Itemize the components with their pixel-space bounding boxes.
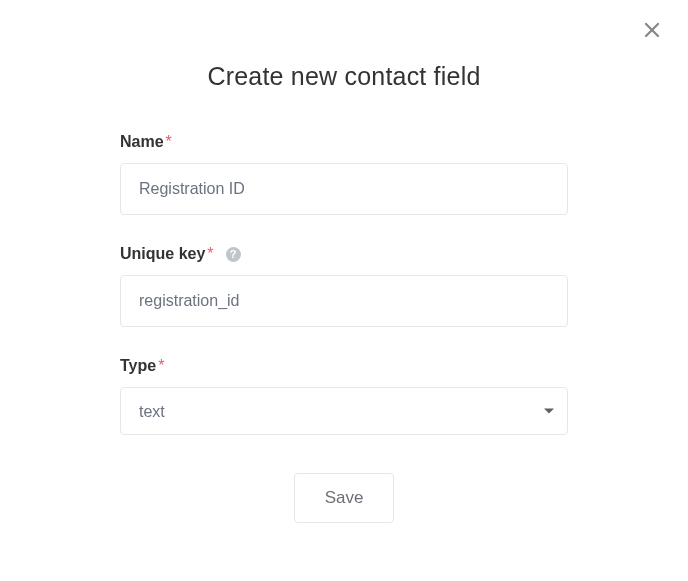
type-label: Type* — [120, 357, 568, 375]
unique-key-label-text: Unique key — [120, 245, 205, 263]
name-label: Name* — [120, 133, 568, 151]
unique-key-label: Unique key* ? — [120, 245, 568, 263]
required-indicator: * — [207, 245, 213, 263]
type-label-text: Type — [120, 357, 156, 375]
type-field-group: Type* text — [120, 357, 568, 435]
required-indicator: * — [158, 357, 164, 375]
unique-key-field-group: Unique key* ? — [120, 245, 568, 327]
save-button[interactable]: Save — [294, 473, 395, 523]
close-icon — [643, 21, 661, 43]
create-field-form: Name* Unique key* ? Type* text Save — [0, 133, 688, 523]
type-select[interactable]: text — [120, 387, 568, 435]
close-button[interactable] — [640, 20, 664, 44]
required-indicator: * — [166, 133, 172, 151]
name-input[interactable] — [120, 163, 568, 215]
help-icon[interactable]: ? — [226, 247, 241, 262]
dialog-title: Create new contact field — [0, 62, 688, 91]
unique-key-input[interactable] — [120, 275, 568, 327]
name-label-text: Name — [120, 133, 164, 151]
name-field-group: Name* — [120, 133, 568, 215]
type-select-wrapper: text — [120, 387, 568, 435]
